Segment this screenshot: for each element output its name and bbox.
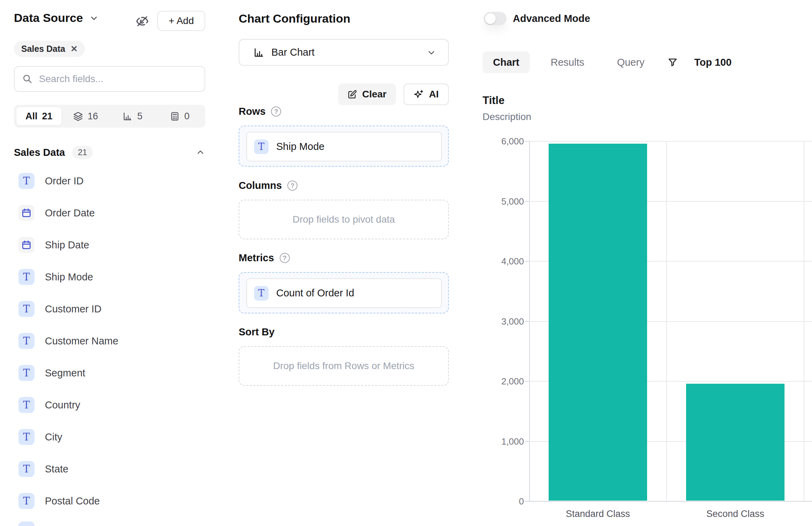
chart-title[interactable]: Title — [483, 94, 504, 107]
field-item[interactable]: T Ship Mode — [14, 261, 205, 293]
hide-fields-button[interactable] — [136, 15, 150, 29]
y-axis-label: 1,000 — [466, 435, 524, 448]
data-source-title: Data Source — [14, 11, 83, 25]
y-axis-label: 6,000 — [466, 135, 524, 148]
toggle-knob — [485, 13, 496, 24]
chart-bar[interactable] — [686, 384, 785, 501]
tab-dimension-fields[interactable]: 16 — [62, 111, 109, 122]
sort-by-dropzone[interactable]: Drop fields from Rows or Metrics — [239, 346, 449, 386]
field-type-icon-partial — [18, 521, 34, 526]
field-item[interactable]: T Order Date — [14, 197, 205, 229]
field-type-icon: T — [18, 397, 34, 413]
plot-area — [529, 141, 812, 501]
y-tick-mark — [525, 441, 529, 442]
field-label: Segment — [45, 367, 85, 379]
chart-type-value: Bar Chart — [271, 47, 315, 58]
field-type-icon: T — [18, 173, 34, 189]
x-axis-label: Second Class — [667, 509, 804, 519]
y-tick-mark — [525, 321, 529, 322]
layers-icon — [73, 111, 83, 121]
tab-results[interactable]: Results — [540, 51, 595, 73]
chart-description[interactable]: Description — [483, 111, 531, 122]
y-axis-label: 2,000 — [466, 375, 524, 388]
field-item[interactable]: T City — [14, 421, 205, 453]
clear-button[interactable]: Clear — [338, 83, 396, 105]
field-search[interactable] — [14, 66, 205, 92]
tab-calculated-count: 0 — [184, 111, 190, 122]
y-tick-mark — [525, 261, 529, 262]
config-actions: Clear AI — [239, 83, 449, 105]
field-item[interactable]: T Ship Date — [14, 229, 205, 261]
tab-all-fields[interactable]: All 21 — [16, 107, 62, 126]
field-type-icon: T — [18, 333, 34, 349]
sort-by-label-row: Sort By — [239, 326, 274, 338]
app-root: Data Source + Add Sales Data ✕ — [0, 0, 812, 526]
tab-measure-count: 5 — [137, 111, 142, 122]
metrics-label-row: Metrics ? — [239, 252, 290, 264]
search-input[interactable] — [39, 73, 197, 85]
advanced-mode-toggle[interactable] — [484, 12, 507, 25]
add-data-source-button[interactable]: + Add — [157, 11, 205, 31]
field-label: Ship Date — [45, 239, 89, 251]
field-type-icon: T — [254, 140, 269, 154]
rows-field-card[interactable]: T Ship Mode — [246, 132, 442, 161]
calculator-icon — [170, 111, 180, 121]
field-label: Customer ID — [45, 303, 102, 315]
tab-query[interactable]: Query — [606, 51, 655, 73]
chip-label: Sales Data — [21, 44, 65, 54]
field-item[interactable]: T Order ID — [14, 165, 205, 197]
edit-icon — [348, 90, 357, 99]
chip-remove-icon[interactable]: ✕ — [70, 45, 78, 53]
data-source-sidebar: Data Source + Add Sales Data ✕ — [0, 0, 225, 526]
y-axis-label: 0 — [466, 495, 524, 508]
y-tick-mark — [525, 141, 529, 142]
field-item[interactable]: T Customer Name — [14, 325, 205, 357]
chevron-down-icon — [89, 13, 99, 23]
bar-chart-icon — [122, 111, 133, 121]
columns-label: Columns — [239, 180, 282, 191]
chart-bar[interactable] — [549, 144, 647, 501]
sort-by-label: Sort By — [239, 326, 274, 338]
ai-button[interactable]: AI — [404, 83, 449, 105]
y-axis-label: 5,000 — [466, 195, 524, 208]
y-tick-mark — [525, 501, 529, 502]
field-item[interactable]: T State — [14, 453, 205, 485]
field-type-icon: T — [18, 205, 34, 221]
collapse-section-button[interactable] — [196, 148, 205, 157]
help-icon[interactable]: ? — [280, 253, 290, 263]
tab-measure-fields[interactable]: 5 — [109, 111, 156, 122]
data-source-chip[interactable]: Sales Data ✕ — [14, 41, 85, 57]
field-item[interactable]: T Country — [14, 389, 205, 421]
metrics-field-card[interactable]: T Count of Order Id — [246, 278, 442, 308]
field-list: T Order ID T Order Date T — [14, 165, 205, 517]
metrics-label: Metrics — [239, 252, 274, 264]
field-item[interactable]: T Customer ID — [14, 293, 205, 325]
gridline-horizontal — [529, 141, 812, 142]
field-type-icon: T — [18, 301, 34, 317]
rows-label: Rows — [239, 106, 265, 117]
field-type-icon: T — [18, 365, 34, 381]
field-item[interactable]: T Postal Code — [14, 485, 205, 517]
help-icon[interactable]: ? — [287, 181, 297, 191]
field-type-icon: T — [18, 493, 34, 509]
columns-dropzone[interactable]: Drop fields to pivot data — [239, 200, 449, 239]
field-type-icon: T — [18, 429, 34, 445]
metrics-field-label: Count of Order Id — [276, 287, 354, 299]
tab-calculated-fields[interactable]: 0 — [156, 111, 203, 122]
rows-dropzone[interactable]: T Ship Mode — [239, 126, 449, 167]
dataset-name: Sales Data — [14, 147, 65, 158]
metrics-dropzone[interactable]: T Count of Order Id — [239, 272, 449, 313]
help-icon[interactable]: ? — [271, 106, 281, 117]
data-source-dropdown[interactable]: Data Source — [14, 11, 99, 25]
tab-chart[interactable]: Chart — [483, 51, 530, 73]
field-label: Country — [45, 399, 80, 411]
chart-type-select[interactable]: Bar Chart — [239, 39, 449, 66]
field-label: City — [45, 431, 62, 443]
y-axis-label: 4,000 — [466, 255, 524, 268]
row-limit-control[interactable]: Top 100 — [694, 57, 731, 68]
dataset-section-header: Sales Data 21 — [14, 146, 205, 159]
field-type-icon: T — [18, 237, 34, 253]
y-axis-label: 3,000 — [466, 315, 524, 328]
filter-icon[interactable] — [667, 57, 678, 68]
field-item[interactable]: T Segment — [14, 357, 205, 389]
